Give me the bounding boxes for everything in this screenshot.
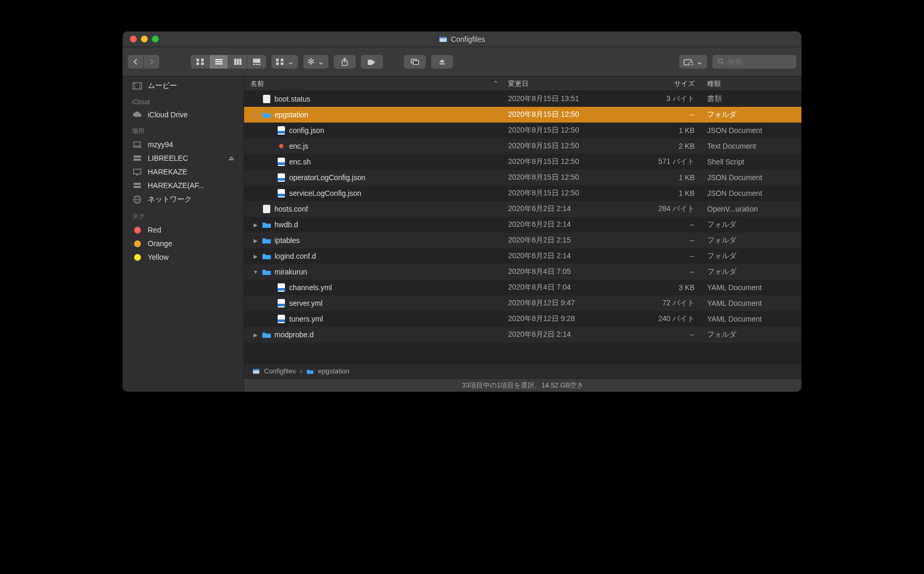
cell-size: 1 KB: [634, 189, 707, 197]
sidebar-item[interactable]: mzyy94: [123, 138, 244, 151]
cell-size: --: [634, 236, 707, 245]
file-name: hosts.conf: [274, 205, 308, 213]
file-row[interactable]: enc.js2020年8月15日 12:502 KBText Document: [244, 138, 801, 154]
share-button[interactable]: [334, 55, 356, 69]
icon-view-button[interactable]: [191, 55, 210, 69]
svg-rect-52: [278, 194, 285, 196]
file-name: serviceLogConfig.json: [289, 189, 361, 197]
folder-icon: [262, 110, 271, 119]
sidebar-item[interactable]: LIBREELEC⏏: [123, 151, 244, 165]
sidebar-item-label: HAREKAZE: [148, 168, 187, 176]
file-row[interactable]: ▶hwdb.d2020年6月2日 2:14--フォルダ: [244, 217, 801, 233]
header-size[interactable]: サイズ: [634, 79, 707, 89]
svg-rect-7: [215, 61, 223, 62]
column-view-button[interactable]: [228, 55, 247, 69]
disclosure-icon[interactable]: ▶: [252, 332, 259, 338]
file-rows: boot.status2020年8月15日 13:513 バイト書類▼epgst…: [244, 91, 801, 363]
file-row[interactable]: boot.status2020年8月15日 13:513 バイト書類: [244, 91, 801, 107]
cell-date: 2020年6月2日 2:14: [508, 251, 634, 261]
disclosure-icon[interactable]: ▶: [252, 238, 259, 244]
svg-rect-44: [278, 131, 285, 134]
cell-name: channels.yml: [249, 283, 508, 292]
file-row[interactable]: enc.sh2020年8月15日 12:50571 バイトShell Scrip…: [244, 154, 801, 170]
sidebar-item[interactable]: ネットワーク: [123, 192, 244, 207]
disclosure-icon[interactable]: ▼: [252, 112, 259, 118]
disclosure-icon[interactable]: ▶: [252, 253, 259, 259]
finder-window: Configfiles ⌄ ✻ ⌄ + ⌄: [123, 31, 801, 392]
cell-size: 72 バイト: [634, 299, 707, 308]
search-input[interactable]: [728, 58, 786, 65]
json-icon: [277, 126, 286, 135]
connect-button[interactable]: [404, 55, 426, 69]
header-modified[interactable]: 変更日: [508, 79, 634, 89]
sidebar-section-header: 場所: [123, 122, 244, 138]
window-title-text: Configfiles: [451, 35, 485, 43]
new-folder-menu[interactable]: + ⌄: [679, 55, 707, 69]
view-mode-segmented: [191, 55, 266, 69]
disclosure-icon[interactable]: ▶: [252, 222, 259, 228]
gallery-view-button[interactable]: [247, 55, 266, 69]
cell-name: enc.js: [249, 141, 508, 151]
file-row[interactable]: ▼mirakurun2020年8月4日 7:05--フォルダ: [244, 264, 801, 280]
search-field[interactable]: [712, 55, 796, 69]
header-kind[interactable]: 種類: [707, 79, 801, 89]
action-menu[interactable]: ✻ ⌄: [303, 55, 328, 69]
status-bar: 33項目中の1項目を選択、14.52 GB空き: [244, 378, 801, 392]
file-row[interactable]: ▶modprobe.d2020年6月2日 2:14--フォルダ: [244, 327, 801, 343]
svg-text:+: +: [690, 63, 692, 65]
sidebar-item[interactable]: HAREKAZE: [123, 165, 244, 179]
tags-button[interactable]: [361, 55, 383, 69]
folder-icon: [262, 220, 271, 229]
cell-size: 1 KB: [634, 126, 707, 135]
cloud-icon: [132, 111, 142, 118]
svg-rect-1: [439, 37, 447, 38]
group-menu[interactable]: ⌄: [271, 55, 298, 69]
movies-icon: [132, 82, 142, 90]
sidebar-item[interactable]: HAREKAZE(AF...: [123, 179, 244, 192]
back-button[interactable]: [128, 55, 144, 69]
maximize-button[interactable]: [152, 36, 159, 42]
cell-date: 2020年8月15日 12:50: [508, 189, 634, 198]
cell-name: ▼mirakurun: [249, 267, 508, 277]
folder-icon: [262, 267, 271, 277]
svg-rect-10: [237, 59, 239, 65]
eject-button[interactable]: [431, 55, 453, 69]
disclosure-icon[interactable]: ▼: [252, 269, 259, 275]
titlebar[interactable]: Configfiles: [123, 31, 801, 47]
path-segment[interactable]: Configfiles: [264, 367, 296, 375]
sidebar-item[interactable]: Red: [123, 223, 244, 237]
cell-date: 2020年8月12日 9:28: [508, 314, 634, 324]
close-button[interactable]: [130, 36, 137, 42]
header-name[interactable]: 名前 ⌃: [249, 79, 508, 89]
file-row[interactable]: tuners.yml2020年8月12日 9:28240 バイトYAML Doc…: [244, 311, 801, 327]
file-row[interactable]: serviceLogConfig.json2020年8月15日 12:501 K…: [244, 185, 801, 201]
cell-size: 3 バイト: [634, 94, 707, 104]
sidebar-item[interactable]: Yellow: [123, 250, 244, 264]
file-row[interactable]: operatorLogConfig.json2020年8月15日 12:501 …: [244, 170, 801, 185]
cell-size: 284 バイト: [634, 204, 707, 214]
file-row[interactable]: channels.yml2020年8月4日 7:043 KBYAML Docum…: [244, 280, 801, 295]
file-row[interactable]: server.yml2020年8月12日 9:4772 バイトYAML Docu…: [244, 295, 801, 311]
sidebar-item-movies[interactable]: ムービー: [123, 79, 244, 93]
sidebar-item[interactable]: Orange: [123, 237, 244, 250]
forward-button[interactable]: [144, 55, 159, 69]
path-segment[interactable]: epgstation: [318, 367, 349, 375]
sidebar-item[interactable]: iCloud Drive: [123, 108, 244, 122]
cell-name: ▶iptables: [249, 236, 508, 245]
eject-icon[interactable]: ⏏: [228, 154, 234, 162]
minimize-button[interactable]: [141, 36, 148, 42]
file-row[interactable]: ▼epgstation2020年8月15日 12:50--フォルダ: [244, 107, 801, 123]
list-view-button[interactable]: [210, 55, 228, 69]
file-name: iptables: [274, 236, 300, 245]
file-row[interactable]: config.json2020年8月15日 12:501 KBJSON Docu…: [244, 123, 801, 138]
tag-icon: [132, 254, 142, 261]
cell-size: --: [634, 252, 707, 260]
file-row[interactable]: ▶iptables2020年6月2日 2:15--フォルダ: [244, 233, 801, 248]
shell-icon: [277, 157, 286, 167]
file-row[interactable]: ▶logind.conf.d2020年6月2日 2:14--フォルダ: [244, 248, 801, 264]
laptop-icon: [132, 141, 142, 148]
svg-rect-39: [134, 186, 141, 188]
svg-rect-2: [196, 59, 199, 61]
cell-date: 2020年8月4日 7:05: [508, 267, 634, 277]
file-row[interactable]: hosts.conf2020年6月2日 2:14284 バイトOpenV...u…: [244, 201, 801, 217]
